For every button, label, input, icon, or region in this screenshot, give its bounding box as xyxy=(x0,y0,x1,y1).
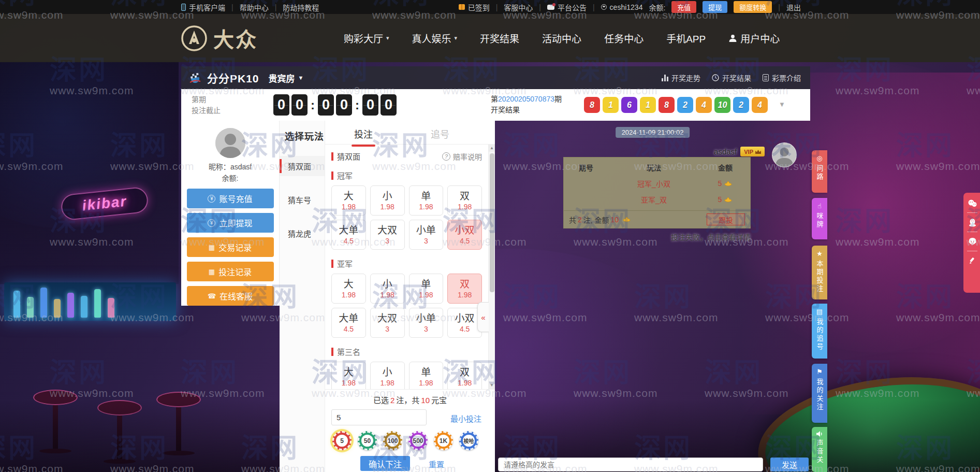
bet-cell[interactable]: 小单3 xyxy=(409,308,444,338)
nav-item-lottery-hall[interactable]: 购彩大厅 ▾ xyxy=(344,31,389,45)
nav-item-mobile-app[interactable]: 手机APP xyxy=(666,31,706,45)
scrollbar-up-arrow[interactable]: ▲ xyxy=(489,145,495,152)
username-link[interactable]: ceshi1234 xyxy=(601,3,643,11)
bet-amount-input[interactable] xyxy=(331,409,427,425)
recharge-account-button[interactable]: ¥ 账号充值 xyxy=(187,189,274,208)
nav-item-task-center[interactable]: 任务中心 xyxy=(604,31,643,45)
bet-cell[interactable]: 小1.98 xyxy=(370,362,405,389)
results-link[interactable]: 开奖结果 xyxy=(712,73,751,83)
chip-500[interactable]: 500 xyxy=(408,431,428,450)
transaction-records-button[interactable]: ▦ 交易记录 xyxy=(187,237,274,257)
chip-50[interactable]: 50 xyxy=(358,431,377,450)
bet-cell[interactable]: 小1.98 xyxy=(370,185,405,216)
scrollbar-thumb[interactable] xyxy=(490,153,494,292)
customer-service-icon[interactable] xyxy=(967,236,977,247)
game-body: 昵称：asdasf 余额: ¥ 账号充值 ¥ 立即提现 ▦ 交易记录 xyxy=(181,121,810,472)
mobile-client-link[interactable]: 手机客户端 xyxy=(181,2,225,12)
bet-cell[interactable]: 双1.98 xyxy=(447,185,482,216)
min-bet-link[interactable]: 最小投注 xyxy=(450,413,481,424)
scrollbar-down-arrow[interactable]: ▼ xyxy=(489,382,495,389)
room-selector[interactable]: 贵宾房 xyxy=(269,71,295,84)
quota-transfer-button[interactable]: 额度转换 xyxy=(734,1,772,13)
play-item-double-face[interactable]: 猜双面 xyxy=(280,156,325,176)
qq-icon[interactable] xyxy=(967,217,977,227)
wechat-icon[interactable] xyxy=(967,198,977,208)
recharge-button[interactable]: 充值 xyxy=(671,1,696,13)
help-center-link[interactable]: 帮助中心 xyxy=(240,2,269,12)
tab-bet[interactable]: 投注 xyxy=(325,121,402,144)
room-caret-icon[interactable]: ▼ xyxy=(298,75,304,81)
bet-cell[interactable]: 小双4.5 xyxy=(447,308,482,338)
bet-summary: 已选2注，共10元宝 xyxy=(325,394,495,405)
tab-current-bets[interactable]: ★ 本期投注 xyxy=(812,246,827,299)
tab-my-follows[interactable]: ⚑ 我的关注 xyxy=(812,364,827,423)
logo-emblem-icon xyxy=(180,24,208,52)
tab-my-chase[interactable]: ▤ 我的追号 xyxy=(812,304,827,359)
chip-100[interactable]: 100 xyxy=(383,431,402,450)
balance-row: 余额: xyxy=(181,173,279,184)
bet-cell[interactable]: 大双3 xyxy=(370,220,405,250)
chip-1k[interactable]: 1K xyxy=(434,431,453,450)
play-item-car-number[interactable]: 猜车号 xyxy=(280,190,325,210)
bet-cell[interactable]: 大1.98 xyxy=(331,274,366,304)
racing-flag-icon xyxy=(188,72,202,83)
bet-cell[interactable]: 双1.98 xyxy=(447,362,482,389)
reset-link[interactable]: 重置 xyxy=(429,459,444,469)
nav-item-user-center[interactable]: 用户中心 xyxy=(728,31,780,45)
nav-item-draw-results[interactable]: 开奖结果 xyxy=(480,31,519,45)
bet-cell[interactable]: 单1.98 xyxy=(409,274,444,304)
bet-cell[interactable]: 小单3 xyxy=(409,220,444,250)
withdraw-button[interactable]: 提现 xyxy=(703,1,727,13)
bet-fail-notice[interactable]: 投注失败，点击查看详情 xyxy=(619,232,751,242)
online-service-button[interactable]: ☎ 在线客服 xyxy=(187,286,274,306)
tab-squeeze-card[interactable]: ☝ 咪牌 xyxy=(812,198,827,239)
tab-chase[interactable]: 追号 xyxy=(402,121,478,144)
bet-cell-odds: 3 xyxy=(385,237,389,245)
bet-cell-selected[interactable]: 小双4.5 xyxy=(447,220,482,250)
bet-grid-champion: 大1.98 小1.98 单1.98 双1.98 大单4.5 大双3 小单3 小双… xyxy=(325,185,488,250)
records-icon: ▦ xyxy=(209,268,215,276)
odds-help-link[interactable]: ? 赔率说明 xyxy=(442,151,482,162)
platform-notice-link[interactable]: 平台公告 xyxy=(547,2,587,12)
confirm-bet-button[interactable]: 确认下注 xyxy=(360,456,410,471)
bet-cell[interactable]: 大1.98 xyxy=(331,185,366,216)
bet-records-button[interactable]: ▦ 投注记录 xyxy=(187,262,274,281)
collapse-panel-handle[interactable]: « xyxy=(477,302,489,332)
bet-cell-selected[interactable]: 双1.98 xyxy=(447,274,482,304)
bet-cell[interactable]: 单1.98 xyxy=(409,362,444,389)
bottle xyxy=(81,296,87,318)
bet-cell[interactable]: 单1.98 xyxy=(409,185,444,216)
anti-hijack-link[interactable]: 防劫持教程 xyxy=(283,2,319,12)
follow-bet-button[interactable]: 跟投 xyxy=(707,213,745,225)
withdraw-now-button[interactable]: ¥ 立即提现 xyxy=(187,213,274,233)
mobile-client-label: 手机客户端 xyxy=(189,2,225,12)
service-center-link[interactable]: 客服中心 xyxy=(504,2,533,12)
chat-input[interactable] xyxy=(498,457,763,471)
bet-cell[interactable]: 小1.98 xyxy=(370,274,405,304)
tab-ask-road[interactable]: ◎ 问路 xyxy=(812,150,827,193)
play-item-dragon-tiger[interactable]: 猜龙虎 xyxy=(280,223,325,244)
logout-link[interactable]: 退出 xyxy=(786,2,801,12)
nav-item-live-casino[interactable]: 真人娱乐 ▾ xyxy=(412,31,458,45)
bet-cell-odds: 1.98 xyxy=(342,379,356,387)
bet-cell[interactable]: 大单4.5 xyxy=(331,220,366,250)
chip-allin[interactable]: 梭哈 xyxy=(459,431,478,450)
scrollbar[interactable]: ▲ ▼ xyxy=(488,145,495,389)
signed-in-link[interactable]: 已签到 xyxy=(459,2,490,12)
bet-cell[interactable]: 大双3 xyxy=(370,308,405,338)
chip-label: 1K xyxy=(437,435,449,447)
expand-results-caret[interactable]: ▼ xyxy=(779,101,785,108)
bet-cell-label: 小双 xyxy=(455,312,475,325)
chip-5[interactable]: 5 xyxy=(332,431,352,450)
tab-sound-toggle[interactable]: 声音关 xyxy=(812,427,827,472)
trend-link[interactable]: 开奖走势 xyxy=(662,73,700,83)
intro-link[interactable]: 彩票介绍 xyxy=(763,73,801,83)
bet-cell[interactable]: 大单4.5 xyxy=(331,308,366,338)
site-logo[interactable]: 大众 xyxy=(180,23,258,53)
nav-item-activity-center[interactable]: 活动中心 xyxy=(542,31,581,45)
group-name: 冠军 xyxy=(337,170,353,181)
bet-cell[interactable]: 大1.98 xyxy=(331,362,366,389)
pencil-icon[interactable] xyxy=(967,255,977,266)
result-ball: 2 xyxy=(677,97,693,113)
send-button[interactable]: 发送 xyxy=(770,457,809,471)
